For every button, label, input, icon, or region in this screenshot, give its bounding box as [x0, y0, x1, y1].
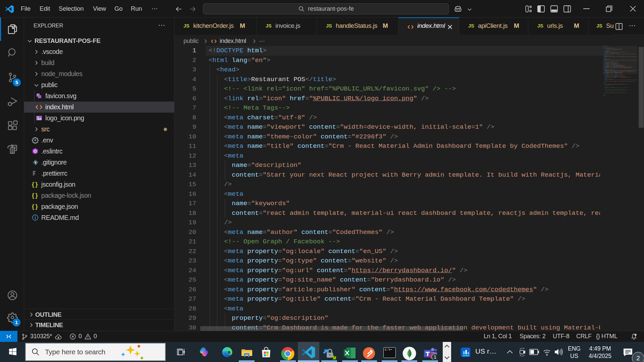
- svg-text:1: 1: [434, 354, 436, 360]
- svg-text:C:\: C:\: [385, 348, 390, 352]
